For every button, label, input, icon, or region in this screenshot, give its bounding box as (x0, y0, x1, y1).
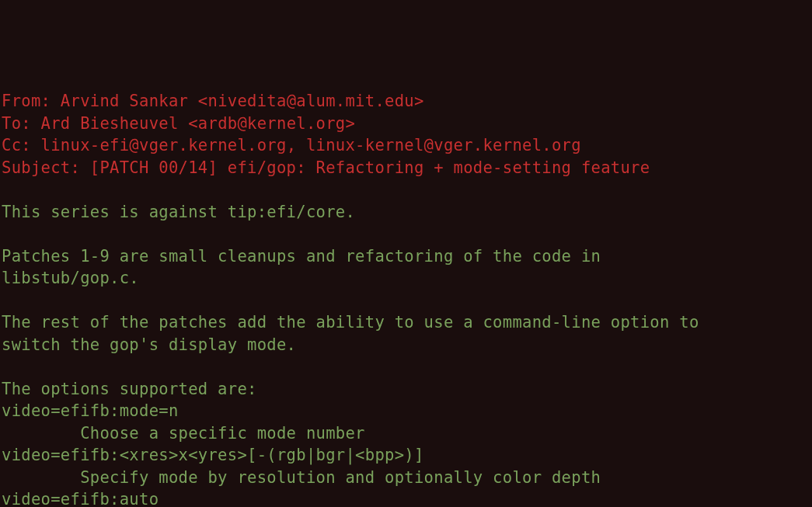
body-line: Choose a specific mode number (2, 424, 365, 443)
terminal-pager[interactable]: From: Arvind Sankar <nivedita@alum.mit.e… (0, 67, 812, 508)
header-subject-label: Subject: (2, 158, 90, 177)
header-cc-value: linux-efi@vger.kernel.org, linux-kernel@… (41, 136, 581, 155)
body-line: Specify mode by resolution and optionall… (2, 468, 601, 487)
header-to-value: Ard Biesheuvel <ardb@kernel.org> (41, 114, 356, 133)
body-line: switch the gop's display mode. (2, 335, 296, 354)
mail-body: This series is against tip:efi/core. Pat… (2, 179, 812, 507)
header-cc: Cc: linux-efi@vger.kernel.org, linux-ker… (2, 136, 581, 155)
body-line: video=efifb:auto (2, 490, 159, 507)
body-line: This series is against tip:efi/core. (2, 203, 355, 221)
header-from: From: Arvind Sankar <nivedita@alum.mit.e… (2, 92, 424, 110)
mail-header: From: Arvind Sankar <nivedita@alum.mit.e… (2, 90, 812, 179)
header-subject: Subject: [PATCH 00/14] efi/gop: Refactor… (2, 158, 650, 177)
body-line: libstub/gop.c. (2, 269, 139, 287)
body-line: Patches 1-9 are small cleanups and refac… (2, 247, 601, 266)
body-line: The options supported are: (2, 380, 257, 398)
body-line: video=efifb:<xres>x<yres>[-(rgb|bgr|<bpp… (2, 446, 424, 464)
header-to: To: Ard Biesheuvel <ardb@kernel.org> (2, 114, 355, 133)
body-line: video=efifb:mode=n (2, 401, 179, 420)
header-from-label: From: (2, 92, 61, 110)
header-cc-label: Cc: (2, 136, 41, 155)
header-from-value: Arvind Sankar <nivedita@alum.mit.edu> (61, 92, 424, 110)
body-line: The rest of the patches add the ability … (2, 313, 699, 332)
header-subject-value: [PATCH 00/14] efi/gop: Refactoring + mod… (90, 158, 650, 177)
header-to-label: To: (2, 114, 41, 133)
